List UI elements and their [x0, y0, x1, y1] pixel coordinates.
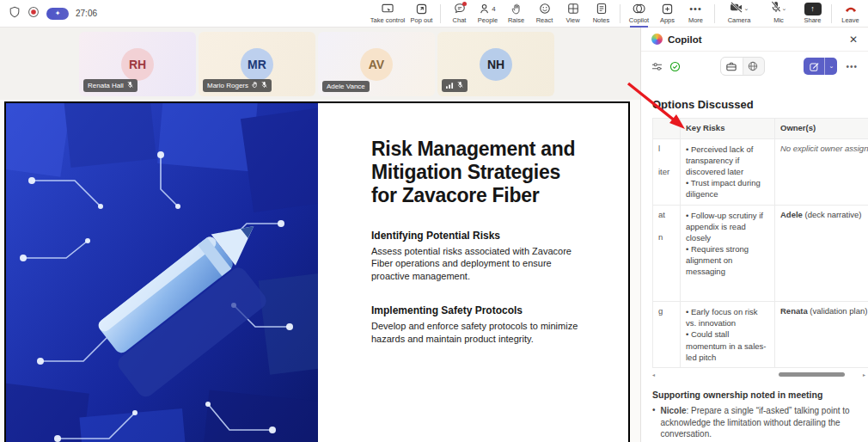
table-header-row: Key Risks Owner(s): [653, 119, 868, 139]
table-row: g • Early focus on risk vs. innovation• …: [653, 302, 868, 368]
shield-check-icon: [669, 61, 681, 72]
scrollbar-thumb[interactable]: [779, 372, 845, 377]
hand-raised-icon: [252, 81, 258, 90]
view-button[interactable]: View: [559, 0, 587, 28]
leave-button[interactable]: Leave: [836, 0, 865, 28]
participant-name-badge: Mario Rogers: [203, 79, 272, 92]
more-button[interactable]: ••• More: [682, 0, 710, 28]
avatar: MR: [241, 48, 273, 81]
chat-notification-dot: [462, 2, 467, 6]
pop-out-icon: [416, 3, 427, 15]
participant-status-badge: [442, 79, 468, 92]
shield-icon: [9, 6, 21, 21]
apps-icon: [662, 3, 673, 15]
camera-dropdown-chevron-icon[interactable]: ⌄: [744, 5, 749, 12]
record-icon: [28, 6, 40, 21]
react-button[interactable]: React: [530, 0, 559, 28]
people-button[interactable]: 4 People: [474, 0, 502, 28]
slide-section-heading: Implementing Safety Protocols: [371, 304, 611, 316]
participant-name-badge: Renata Hall: [83, 79, 138, 92]
apps-button[interactable]: Apps: [653, 0, 682, 28]
toolbar-divider: [620, 4, 620, 23]
avatar: NH: [480, 48, 512, 81]
panel-more-icon[interactable]: •••: [846, 62, 858, 71]
take-control-icon: [382, 3, 394, 15]
mic-off-icon: [771, 1, 781, 16]
owners-column-header: Owner(s): [775, 119, 868, 139]
raise-hand-button[interactable]: Raise: [502, 0, 530, 28]
take-control-button[interactable]: Take control: [368, 0, 407, 28]
signal-bars-icon: [446, 82, 454, 90]
table-row: liter • Perceived lack of transparency i…: [653, 139, 868, 206]
share-button[interactable]: ↑ Share: [798, 0, 827, 28]
supporting-ownership-heading: Supporting ownership noted in meeting: [652, 390, 868, 400]
copilot-button[interactable]: Copilot: [625, 0, 653, 28]
slide-title: Risk Management and Mitigation Strategie…: [371, 138, 586, 207]
web-scope-icon[interactable]: [743, 58, 764, 75]
compose-icon[interactable]: [804, 58, 824, 75]
video-gallery-strip: RH Renata Hall MR Mario Rogers AV Adele …: [0, 28, 640, 100]
view-icon: [567, 3, 579, 15]
copilot-panel: Copilot ✕ ⌄ ••• Options Discussed: [640, 28, 868, 442]
notes-button[interactable]: Notes: [587, 0, 615, 28]
filter-icon[interactable]: [651, 62, 663, 71]
avatar: RH: [121, 48, 154, 81]
pop-out-button[interactable]: Pop out: [407, 0, 436, 28]
camera-button[interactable]: ⌄ Camera: [719, 0, 759, 28]
meeting-timer: 27:06: [76, 9, 97, 18]
work-scope-icon[interactable]: [721, 58, 743, 75]
key-risks-column-header: Key Risks: [681, 119, 775, 139]
more-icon: •••: [689, 3, 702, 15]
share-icon: ↑: [804, 3, 822, 15]
shared-slide: Risk Management and Mitigation Strategie…: [4, 101, 630, 442]
slide-artwork-image: [6, 103, 318, 442]
notes-icon: [596, 3, 607, 15]
scroll-right-arrow-icon[interactable]: ▸: [859, 371, 865, 378]
people-icon: 4: [480, 3, 495, 15]
close-icon[interactable]: ✕: [849, 34, 858, 46]
participant-tile[interactable]: RH Renata Hall: [79, 32, 196, 96]
mic-button[interactable]: ⌄ Mic: [759, 0, 798, 28]
copilot-icon: [633, 3, 645, 15]
toolbar-divider: [714, 4, 715, 23]
mic-off-icon: [457, 81, 463, 90]
bullet-owner-name: Nicole: [661, 406, 687, 415]
shared-content-stage: Risk Management and Mitigation Strategie…: [0, 100, 640, 442]
options-table: Key Risks Owner(s) liter • Perceived lac…: [652, 118, 868, 368]
chat-button[interactable]: Chat: [445, 0, 474, 28]
participant-tile[interactable]: AV Adele Vance: [318, 32, 435, 96]
toolbar-divider: [831, 4, 832, 23]
slide-section-body: Assess potential risks associated with Z…: [371, 245, 588, 283]
table-horizontal-scrollbar[interactable]: ◂ ▸: [652, 371, 865, 379]
camera-off-icon: [730, 1, 743, 16]
slide-section-heading: Identifying Potential Risks: [371, 230, 611, 242]
scroll-left-arrow-icon[interactable]: ◂: [652, 371, 659, 378]
chevron-down-icon[interactable]: ⌄: [824, 58, 837, 75]
copilot-scope-toggle[interactable]: [720, 57, 765, 76]
new-chat-split-button[interactable]: ⌄: [804, 58, 837, 75]
people-count: 4: [492, 5, 495, 13]
options-table-viewport: Key Risks Owner(s) liter • Perceived lac…: [652, 118, 868, 368]
supporting-bullet: • Nicole: Prepare a single “if-asked” ta…: [652, 405, 868, 440]
mic-off-icon: [127, 81, 133, 90]
options-discussed-heading: Options Discussed: [652, 98, 868, 111]
toolbar-divider: [440, 4, 441, 23]
participant-tile[interactable]: NH: [437, 32, 554, 96]
participant-name-badge: Adele Vance: [322, 81, 370, 92]
avatar: AV: [360, 48, 393, 81]
participant-tile[interactable]: MR Mario Rogers: [199, 32, 315, 96]
copilot-logo-icon: [651, 34, 663, 45]
mic-dropdown-chevron-icon[interactable]: ⌄: [782, 5, 787, 12]
table-row: atn • Follow-up scrutiny if appendix is …: [653, 205, 868, 302]
mic-off-icon: [261, 81, 267, 90]
meeting-top-bar: ✦ 27:06 Take control Pop out Chat: [0, 0, 868, 28]
copilot-panel-title: Copilot: [668, 34, 702, 45]
slide-section-body: Develop and enforce safety protocols to …: [371, 320, 588, 345]
copilot-badge-icon: ✦: [46, 8, 69, 20]
leave-call-icon: [844, 3, 858, 15]
react-icon: [539, 3, 551, 15]
raise-hand-icon: [511, 3, 522, 15]
